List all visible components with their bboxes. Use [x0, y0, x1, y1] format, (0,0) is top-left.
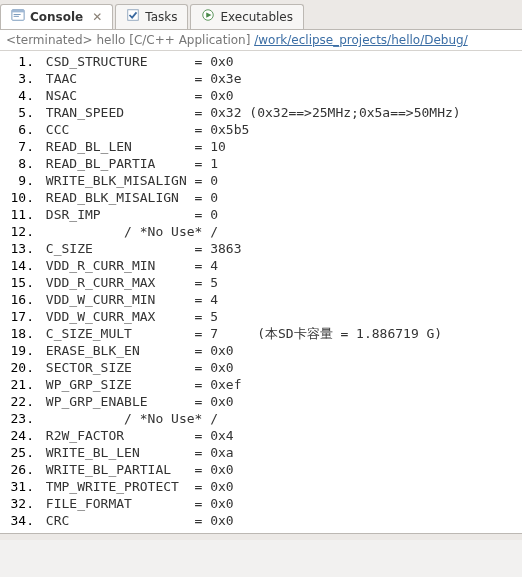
output-line: 4. NSAC = 0x0 — [0, 87, 522, 104]
line-text: WP_GRP_SIZE = 0xef — [38, 376, 242, 393]
line-text: WRITE_BL_PARTIAL = 0x0 — [38, 461, 234, 478]
output-line: 25. WRITE_BL_LEN = 0xa — [0, 444, 522, 461]
output-line: 21. WP_GRP_SIZE = 0xef — [0, 376, 522, 393]
line-number: 20. — [0, 359, 38, 376]
output-line: 15. VDD_R_CURR_MAX = 5 — [0, 274, 522, 291]
output-line: 19. ERASE_BLK_EN = 0x0 — [0, 342, 522, 359]
line-text: WP_GRP_ENABLE = 0x0 — [38, 393, 234, 410]
output-line: 5. TRAN_SPEED = 0x32 (0x32==>25MHz;0x5a=… — [0, 104, 522, 121]
console-header: <terminated> hello [C/C++ Application] /… — [0, 30, 522, 51]
line-text: TAAC = 0x3e — [38, 70, 242, 87]
line-text: / *No Use* / — [38, 223, 218, 240]
output-line: 31. TMP_WRITE_PROTECT = 0x0 — [0, 478, 522, 495]
line-number: 31. — [0, 478, 38, 495]
output-line: 10. READ_BLK_MISALIGN = 0 — [0, 189, 522, 206]
line-number: 1. — [0, 53, 38, 70]
output-line: 6. CCC = 0x5b5 — [0, 121, 522, 138]
tab-tasks[interactable]: Tasks — [115, 4, 188, 29]
line-number: 7. — [0, 138, 38, 155]
output-line: 7. READ_BL_LEN = 10 — [0, 138, 522, 155]
line-number: 3. — [0, 70, 38, 87]
output-line: 13. C_SIZE = 3863 — [0, 240, 522, 257]
line-number: 34. — [0, 512, 38, 529]
project-path-link[interactable]: /work/eclipse_projects/hello/Debug/ — [254, 33, 468, 47]
line-text: CSD_STRUCTURE = 0x0 — [38, 53, 234, 70]
line-text: FILE_FORMAT = 0x0 — [38, 495, 234, 512]
line-number: 16. — [0, 291, 38, 308]
line-number: 12. — [0, 223, 38, 240]
line-text: CCC = 0x5b5 — [38, 121, 249, 138]
line-number: 24. — [0, 427, 38, 444]
output-line: 26. WRITE_BL_PARTIAL = 0x0 — [0, 461, 522, 478]
output-line: 22. WP_GRP_ENABLE = 0x0 — [0, 393, 522, 410]
line-number: 11. — [0, 206, 38, 223]
line-number: 25. — [0, 444, 38, 461]
output-line: 18. C_SIZE_MULT = 7 (本SD卡容量 = 1.886719 G… — [0, 325, 522, 342]
line-text: R2W_FACTOR = 0x4 — [38, 427, 234, 444]
line-text: C_SIZE = 3863 — [38, 240, 242, 257]
line-text: TMP_WRITE_PROTECT = 0x0 — [38, 478, 234, 495]
line-number: 13. — [0, 240, 38, 257]
output-line: 34. CRC = 0x0 — [0, 512, 522, 529]
line-text: VDD_R_CURR_MAX = 5 — [38, 274, 218, 291]
line-number: 26. — [0, 461, 38, 478]
line-text: READ_BL_PARTIA = 1 — [38, 155, 218, 172]
line-text: SECTOR_SIZE = 0x0 — [38, 359, 234, 376]
output-line: 9. WRITE_BLK_MISALIGN = 0 — [0, 172, 522, 189]
line-text: VDD_W_CURR_MIN = 4 — [38, 291, 218, 308]
terminated-label: <terminated> hello [C/C++ Application] — [6, 33, 254, 47]
line-text: C_SIZE_MULT = 7 (本SD卡容量 = 1.886719 G) — [38, 325, 442, 342]
line-text: DSR_IMP = 0 — [38, 206, 218, 223]
tab-executables[interactable]: Executables — [190, 4, 304, 29]
svg-rect-3 — [14, 16, 19, 17]
output-line: 24. R2W_FACTOR = 0x4 — [0, 427, 522, 444]
output-line: 12. / *No Use* / — [0, 223, 522, 240]
line-number: 14. — [0, 257, 38, 274]
line-number: 22. — [0, 393, 38, 410]
executables-icon — [201, 8, 215, 25]
line-number: 19. — [0, 342, 38, 359]
svg-rect-4 — [128, 10, 139, 21]
tab-label: Console — [30, 10, 83, 24]
output-line: 32. FILE_FORMAT = 0x0 — [0, 495, 522, 512]
line-number: 32. — [0, 495, 38, 512]
line-number: 15. — [0, 274, 38, 291]
output-line: 17. VDD_W_CURR_MAX = 5 — [0, 308, 522, 325]
output-line: 14. VDD_R_CURR_MIN = 4 — [0, 257, 522, 274]
tab-console[interactable]: Console ✕ — [0, 4, 113, 29]
output-line: 16. VDD_W_CURR_MIN = 4 — [0, 291, 522, 308]
line-text: VDD_W_CURR_MAX = 5 — [38, 308, 218, 325]
tasks-icon — [126, 8, 140, 25]
svg-rect-1 — [12, 10, 24, 13]
status-strip — [0, 533, 522, 540]
line-number: 4. — [0, 87, 38, 104]
line-number: 17. — [0, 308, 38, 325]
line-text: TRAN_SPEED = 0x32 (0x32==>25MHz;0x5a==>5… — [38, 104, 461, 121]
output-line: 23. / *No Use* / — [0, 410, 522, 427]
line-text: WRITE_BL_LEN = 0xa — [38, 444, 234, 461]
output-line: 3. TAAC = 0x3e — [0, 70, 522, 87]
line-text: / *No Use* / — [38, 410, 218, 427]
line-number: 6. — [0, 121, 38, 138]
line-text: WRITE_BLK_MISALIGN = 0 — [38, 172, 218, 189]
tab-label: Tasks — [145, 10, 177, 24]
tab-label: Executables — [220, 10, 293, 24]
line-number: 10. — [0, 189, 38, 206]
svg-rect-2 — [14, 14, 21, 15]
line-number: 18. — [0, 325, 38, 342]
line-number: 8. — [0, 155, 38, 172]
line-text: VDD_R_CURR_MIN = 4 — [38, 257, 218, 274]
output-line: 20. SECTOR_SIZE = 0x0 — [0, 359, 522, 376]
console-icon — [11, 8, 25, 25]
console-output[interactable]: 1. CSD_STRUCTURE = 0x03. TAAC = 0x3e4. N… — [0, 51, 522, 533]
output-line: 8. READ_BL_PARTIA = 1 — [0, 155, 522, 172]
line-number: 9. — [0, 172, 38, 189]
output-line: 1. CSD_STRUCTURE = 0x0 — [0, 53, 522, 70]
close-icon[interactable]: ✕ — [92, 10, 102, 24]
line-text: ERASE_BLK_EN = 0x0 — [38, 342, 234, 359]
line-text: READ_BL_LEN = 10 — [38, 138, 226, 155]
line-text: NSAC = 0x0 — [38, 87, 234, 104]
line-text: CRC = 0x0 — [38, 512, 234, 529]
output-line: 11. DSR_IMP = 0 — [0, 206, 522, 223]
line-text: READ_BLK_MISALIGN = 0 — [38, 189, 218, 206]
